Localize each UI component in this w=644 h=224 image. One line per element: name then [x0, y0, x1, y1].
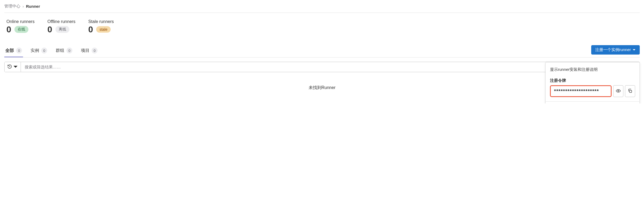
token-label: 注册令牌	[550, 78, 635, 83]
breadcrumb: 管理中心 › Runner	[4, 0, 640, 13]
tab-count: 0	[66, 48, 72, 53]
button-label: 注册一个实例runner	[595, 47, 631, 52]
search-bar	[4, 62, 640, 72]
tab-count: 0	[92, 48, 98, 53]
stale-badge: stale	[96, 26, 111, 33]
divider	[546, 101, 639, 102]
tab-count: 0	[16, 48, 22, 53]
token-value: ********************	[550, 85, 612, 97]
reveal-token-button[interactable]	[613, 85, 623, 97]
svg-point-0	[618, 90, 619, 91]
tabs-row: 全部 0 实例 0 群组 0 项目 0 注册一个实例runner	[4, 38, 640, 57]
tab-group[interactable]: 群组 0	[55, 44, 73, 57]
dropdown-install-guide[interactable]: 显示runner安装和注册说明	[546, 64, 639, 75]
stat-stale: Stale runners 0 stale	[88, 19, 114, 34]
breadcrumb-separator: ›	[23, 4, 24, 9]
history-icon	[7, 64, 12, 70]
stat-count: 0	[6, 25, 11, 34]
tab-instance[interactable]: 实例 0	[29, 44, 48, 57]
stat-count: 0	[47, 25, 52, 34]
runner-stats: Online runners 0 在线 Offline runners 0 离线…	[4, 13, 640, 38]
empty-state: 未找到Runner	[4, 72, 640, 103]
tab-label: 项目	[81, 48, 89, 53]
copy-icon	[628, 88, 632, 94]
svg-rect-1	[630, 90, 632, 92]
register-dropdown-panel: 显示runner安装和注册说明 注册令牌 *******************…	[545, 62, 640, 103]
tab-label: 实例	[31, 48, 39, 53]
offline-badge: 离线	[55, 26, 69, 33]
chevron-down-icon	[632, 48, 636, 52]
tab-count: 0	[41, 48, 47, 53]
dropdown-token-section: 注册令牌 ********************	[546, 75, 639, 99]
register-runner-button[interactable]: 注册一个实例runner	[591, 45, 640, 55]
breadcrumb-parent[interactable]: 管理中心	[4, 4, 20, 9]
stat-label: Offline runners	[47, 19, 76, 24]
copy-token-button[interactable]	[625, 85, 635, 97]
tab-all[interactable]: 全部 0	[4, 44, 23, 57]
stat-label: Stale runners	[88, 19, 114, 24]
stat-label: Online runners	[6, 19, 35, 24]
chevron-down-icon	[13, 64, 18, 70]
tab-label: 全部	[5, 48, 14, 53]
stat-offline: Offline runners 0 离线	[47, 19, 76, 34]
stat-online: Online runners 0 在线	[6, 19, 35, 34]
tab-label: 群组	[56, 48, 64, 53]
tabs: 全部 0 实例 0 群组 0 项目 0	[4, 44, 99, 57]
stat-count: 0	[88, 25, 93, 34]
tab-project[interactable]: 项目 0	[80, 44, 99, 57]
online-badge: 在线	[14, 26, 28, 33]
history-button[interactable]	[5, 62, 21, 72]
eye-icon	[616, 88, 621, 94]
breadcrumb-current: Runner	[26, 4, 40, 9]
